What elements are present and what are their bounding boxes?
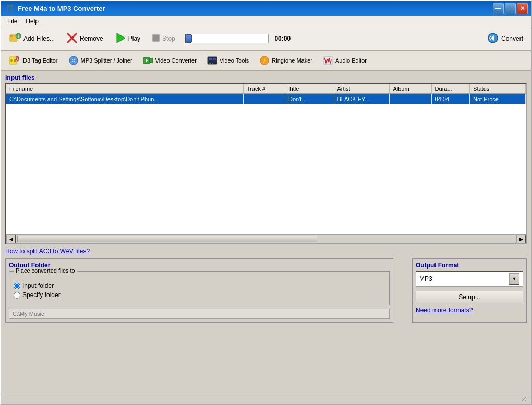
folder-path-input[interactable] bbox=[9, 309, 390, 319]
title-bar-left: 🎵 Free M4a to MP3 Converter bbox=[4, 4, 105, 14]
col-album[interactable]: Album bbox=[390, 84, 431, 94]
output-format-panel: Output Format MP3 ▼ Setup... Need more f… bbox=[412, 258, 527, 323]
close-button[interactable]: ✕ bbox=[517, 3, 528, 14]
scroll-left-button[interactable]: ◀ bbox=[6, 235, 16, 243]
mp3-splitter-icon bbox=[68, 55, 79, 66]
scroll-thumb[interactable] bbox=[17, 236, 317, 242]
svg-line-31 bbox=[523, 398, 526, 401]
resize-grip bbox=[519, 395, 528, 403]
stop-button[interactable]: Stop bbox=[147, 32, 180, 46]
help-link[interactable]: How to split AC3 to WAV files? bbox=[5, 248, 527, 255]
convert-icon bbox=[487, 32, 499, 46]
id3-tag-label: ID3 Tag Editor bbox=[21, 57, 58, 64]
table-row[interactable]: C:\Documents and Settings\Softonic\Deskt… bbox=[6, 94, 526, 104]
more-formats-link[interactable]: Need more formats? bbox=[416, 306, 523, 314]
tools-bar: ID3 ✎ ID3 Tag Editor MP3 Splitter / Join… bbox=[1, 51, 531, 71]
input-files-label: Input files bbox=[5, 74, 527, 81]
cell-filename: C:\Documents and Settings\Softonic\Deskt… bbox=[6, 94, 243, 104]
convert-label: Convert bbox=[501, 35, 523, 42]
status-bar bbox=[1, 394, 531, 404]
cell-status: Not Proce bbox=[470, 94, 526, 104]
format-value: MP3 bbox=[419, 275, 432, 283]
main-area: Input files Filename Track # Title Artis… bbox=[1, 71, 531, 394]
cell-title: Don't... bbox=[285, 94, 334, 104]
remove-icon bbox=[66, 32, 78, 45]
radio-specify-folder[interactable] bbox=[14, 292, 20, 299]
radio-specify-folder-label[interactable]: Specify folder bbox=[22, 291, 61, 299]
output-folder-group: Place converted files to Input folder Sp… bbox=[9, 271, 390, 305]
ringtone-maker-button[interactable]: ♪ Ringtone Maker bbox=[255, 54, 317, 67]
col-artist[interactable]: Artist bbox=[334, 84, 390, 94]
id3-tag-icon: ID3 ✎ bbox=[9, 55, 19, 66]
setup-button[interactable]: Setup... bbox=[416, 291, 523, 303]
remove-label: Remove bbox=[80, 35, 103, 42]
svg-rect-7 bbox=[153, 35, 159, 41]
radio-specify-folder-row: Specify folder bbox=[14, 291, 385, 299]
svg-point-24 bbox=[210, 63, 211, 64]
svg-point-10 bbox=[10, 59, 13, 62]
app-title: Free M4a to MP3 Converter bbox=[18, 5, 105, 13]
video-tools-icon bbox=[207, 55, 217, 66]
col-title[interactable]: Title bbox=[285, 84, 334, 94]
output-format-title: Output Format bbox=[416, 262, 523, 269]
scroll-track[interactable] bbox=[16, 235, 516, 243]
stop-icon bbox=[152, 34, 160, 44]
cell-album bbox=[390, 94, 431, 104]
format-select-row: MP3 ▼ bbox=[416, 271, 523, 287]
file-table-container: Filename Track # Title Artist Album Dura… bbox=[5, 83, 527, 244]
add-files-icon: + bbox=[9, 32, 21, 46]
menu-bar: File Help bbox=[1, 16, 531, 27]
col-duration[interactable]: Dura... bbox=[431, 84, 469, 94]
id3-tag-button[interactable]: ID3 ✎ ID3 Tag Editor bbox=[4, 54, 63, 67]
col-status[interactable]: Status bbox=[470, 84, 526, 94]
minimize-button[interactable]: — bbox=[493, 3, 504, 14]
video-tools-label: Video Tools bbox=[220, 57, 249, 64]
group-title: Place converted files to bbox=[14, 267, 77, 274]
menu-file[interactable]: File bbox=[3, 17, 21, 26]
audio-editor-icon bbox=[323, 55, 333, 66]
convert-button[interactable]: Convert bbox=[482, 30, 528, 48]
svg-line-32 bbox=[525, 400, 526, 401]
add-files-button[interactable]: + Add Files... bbox=[4, 30, 59, 48]
video-converter-button[interactable]: Video Converter bbox=[138, 54, 201, 67]
app-icon: 🎵 bbox=[4, 4, 15, 14]
seek-thumb[interactable] bbox=[186, 34, 192, 43]
svg-rect-1 bbox=[10, 35, 13, 37]
audio-editor-label: Audio Editor bbox=[335, 57, 367, 64]
maximize-button[interactable]: □ bbox=[505, 3, 516, 14]
video-tools-button[interactable]: Video Tools bbox=[202, 54, 253, 67]
panel-spacer bbox=[397, 258, 408, 323]
audio-editor-button[interactable]: Audio Editor bbox=[318, 54, 371, 67]
time-display: 00:00 bbox=[272, 35, 294, 42]
svg-point-23 bbox=[209, 63, 210, 64]
svg-rect-26 bbox=[209, 58, 212, 60]
remove-button[interactable]: Remove bbox=[62, 30, 108, 47]
seek-area: 00:00 bbox=[185, 34, 294, 43]
scroll-right-button[interactable]: ▶ bbox=[516, 235, 526, 243]
col-filename[interactable]: Filename bbox=[6, 84, 243, 94]
svg-text:♪: ♪ bbox=[263, 57, 267, 64]
video-converter-icon bbox=[143, 55, 153, 66]
ringtone-maker-label: Ringtone Maker bbox=[272, 57, 312, 64]
play-button[interactable]: Play bbox=[110, 30, 145, 47]
radio-input-folder[interactable] bbox=[14, 283, 20, 289]
mp3-splitter-button[interactable]: MP3 Splitter / Joiner bbox=[64, 54, 137, 67]
svg-point-25 bbox=[212, 63, 213, 64]
svg-text:✎: ✎ bbox=[16, 57, 18, 60]
play-icon bbox=[115, 32, 126, 45]
title-buttons: — □ ✕ bbox=[493, 3, 528, 14]
svg-rect-27 bbox=[213, 58, 216, 60]
col-track[interactable]: Track # bbox=[243, 84, 285, 94]
radio-input-folder-label[interactable]: Input folder bbox=[22, 282, 54, 289]
svg-marker-19 bbox=[150, 58, 153, 63]
play-label: Play bbox=[128, 35, 140, 42]
format-dropdown[interactable]: MP3 ▼ bbox=[416, 271, 523, 287]
format-dropdown-arrow[interactable]: ▼ bbox=[509, 273, 519, 285]
bottom-panels: Output Folder Place converted files to I… bbox=[5, 258, 527, 323]
app-window: 🎵 Free M4a to MP3 Converter — □ ✕ File H… bbox=[0, 0, 532, 405]
cell-tracknum bbox=[243, 94, 285, 104]
cell-duration: 04:04 bbox=[431, 94, 469, 104]
file-table: Filename Track # Title Artist Album Dura… bbox=[6, 84, 526, 104]
seek-track[interactable] bbox=[185, 34, 269, 43]
menu-help[interactable]: Help bbox=[21, 17, 43, 26]
